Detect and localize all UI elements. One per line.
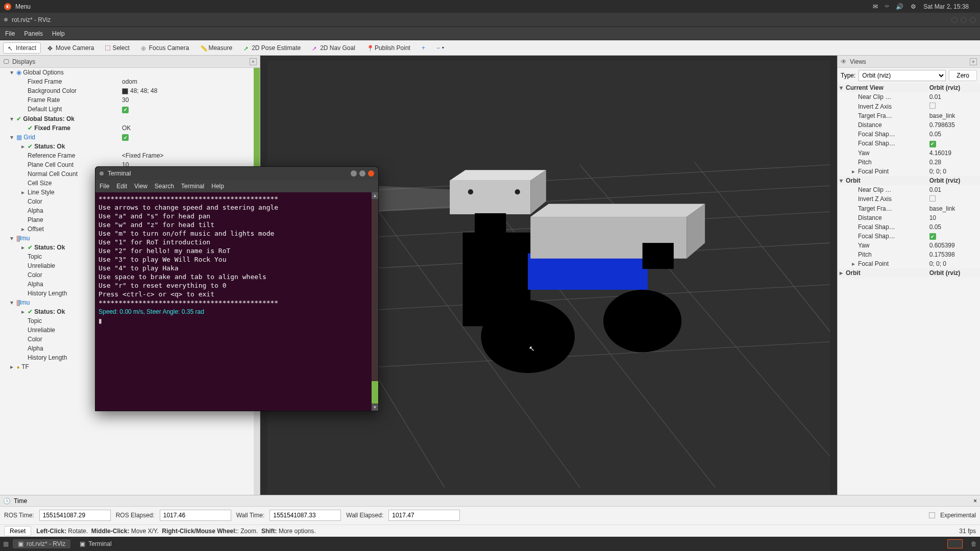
move-camera-button[interactable]: ✥Move Camera	[43, 42, 99, 54]
tree-row[interactable]: Background Color48; 48; 48	[0, 86, 260, 95]
measure-button[interactable]: 📏Measure	[195, 42, 237, 54]
terminal-titlebar[interactable]: Terminal	[95, 167, 378, 180]
view-row[interactable]: Focal Shap…0.05	[838, 222, 980, 232]
tree-row[interactable]: Default Light✔	[0, 105, 260, 114]
zero-button[interactable]: Zero	[949, 70, 977, 81]
sound-icon[interactable]: 🔊	[896, 3, 903, 10]
view-row[interactable]: Distance0.798635	[838, 120, 980, 130]
wifi-icon[interactable]: ⌔	[885, 3, 889, 10]
view-row[interactable]: Distance10	[838, 213, 980, 222]
term-menu-view[interactable]: View	[134, 183, 148, 190]
ubuntu-logo-icon[interactable]: ◐	[4, 3, 11, 10]
view-row[interactable]: Target Fra…base_link	[838, 111, 980, 120]
time-close-icon[interactable]: ×	[973, 497, 977, 505]
ros-elapsed-field[interactable]	[160, 510, 231, 521]
publish-point-button[interactable]: 📍Publish Point	[362, 42, 415, 54]
tree-row[interactable]: ▾✔ Global Status: Ok	[0, 114, 260, 123]
show-desktop-icon[interactable]: ▦	[3, 540, 9, 547]
view-row[interactable]: Focal Shap…0.05	[838, 130, 980, 139]
pose-estimate-button[interactable]: ➚2D Pose Estimate	[239, 42, 305, 54]
wall-elapsed-field[interactable]	[388, 510, 460, 521]
views-tree[interactable]: ▾Current ViewOrbit (rviz)Near Clip …0.01…	[838, 83, 980, 502]
toolbar: ↖Interact ✥Move Camera Select ⊕Focus Cam…	[0, 40, 980, 56]
mail-icon[interactable]: ✉	[873, 3, 878, 10]
clock[interactable]: Sat Mar 2, 15:38	[923, 3, 969, 10]
terminal-output[interactable]: ****************************************…	[95, 192, 378, 411]
view-row[interactable]: ▸Focal Point0; 0; 0	[838, 167, 980, 176]
view-row[interactable]: Pitch0.175398	[838, 250, 980, 259]
view-row[interactable]: Focal Shap…✔	[838, 139, 980, 148]
tree-row[interactable]: ✔ Fixed FrameOK	[0, 123, 260, 133]
view-header-row[interactable]: ▾OrbitOrbit (rviz)	[838, 176, 980, 185]
tree-row[interactable]: Frame Rate30	[0, 95, 260, 105]
view-row[interactable]: Pitch0.28	[838, 158, 980, 167]
view-header-row[interactable]: ▾Current ViewOrbit (rviz)	[838, 83, 980, 92]
view-row[interactable]: Invert Z Axis	[838, 194, 980, 204]
scroll-up-icon[interactable]: ▲	[372, 192, 378, 199]
view-row[interactable]: Near Clip …0.01	[838, 92, 980, 102]
experimental-checkbox[interactable]	[929, 512, 935, 518]
tree-row[interactable]: Reference Frame<Fixed Frame>	[0, 151, 260, 160]
minimize-icon[interactable]	[951, 17, 958, 23]
menu-file[interactable]: File	[5, 30, 15, 37]
panel-close-icon[interactable]: ×	[250, 58, 257, 65]
workspace-switcher[interactable]	[947, 539, 963, 548]
focus-camera-button[interactable]: ⊕Focus Camera	[136, 42, 194, 54]
nav-goal-button[interactable]: ➚2D Nav Goal	[307, 42, 360, 54]
task-terminal[interactable]: ▣Terminal	[75, 539, 116, 548]
view-row[interactable]: Yaw0.605399	[838, 241, 980, 250]
displays-header[interactable]: 🖵 Displays ×	[0, 56, 260, 68]
view-row[interactable]: Focal Shap…✔	[838, 232, 980, 241]
term-menu-edit[interactable]: Edit	[116, 183, 127, 190]
trash-icon[interactable]: 🗑	[971, 540, 977, 547]
scroll-down-icon[interactable]: ▼	[372, 404, 378, 411]
term-close-icon[interactable]	[368, 170, 374, 177]
reset-button[interactable]: Reset	[4, 526, 31, 536]
tree-row[interactable]: Fixed Frameodom	[0, 77, 260, 86]
add-tool-button[interactable]: +	[417, 42, 430, 54]
wall-time-field[interactable]	[270, 510, 341, 521]
interact-button[interactable]: ↖Interact	[3, 42, 41, 54]
task-rviz[interactable]: ▣rot.rviz* - RViz	[13, 539, 70, 548]
view-type-select[interactable]: Orbit (rviz)	[859, 70, 946, 81]
terminal-scrollbar[interactable]: ▲ ▼	[372, 192, 378, 411]
maximize-icon[interactable]	[961, 17, 967, 23]
ros-time-field[interactable]	[39, 510, 111, 521]
fps-readout: 31 fps	[959, 528, 976, 535]
views-close-icon[interactable]: ×	[970, 58, 977, 65]
app-menubar: File Panels Help	[0, 27, 980, 40]
term-menu-search[interactable]: Search	[155, 183, 174, 190]
menu-panels[interactable]: Panels	[24, 30, 43, 37]
grid-icon: ▦	[16, 134, 23, 141]
view-row[interactable]: Target Fra…base_link	[838, 204, 980, 213]
tree-row[interactable]: ▾◉ Global Options	[0, 68, 260, 77]
view-header-row[interactable]: ▸OrbitOrbit (rviz)	[838, 268, 980, 278]
svg-marker-17	[530, 204, 705, 217]
svg-line-10	[695, 162, 830, 332]
view-row[interactable]: Near Clip …0.01	[838, 185, 980, 194]
term-minimize-icon[interactable]	[351, 170, 357, 177]
select-button[interactable]: Select	[101, 42, 134, 54]
terminal-window[interactable]: Terminal File Edit View Search Terminal …	[95, 166, 379, 411]
view-row[interactable]: Yaw4.16019	[838, 148, 980, 158]
wall-time-label: Wall Time:	[236, 512, 265, 519]
tree-row[interactable]: ▾▦ Grid✔	[0, 133, 260, 142]
gear-icon[interactable]: ⚙	[911, 3, 916, 10]
term-menu-terminal[interactable]: Terminal	[181, 183, 204, 190]
views-header[interactable]: 👁 Views ×	[838, 56, 980, 68]
term-menu-help[interactable]: Help	[211, 183, 224, 190]
pin-icon: 📍	[366, 45, 373, 51]
remove-tool-button[interactable]: −▾	[432, 42, 449, 54]
globe-icon: ◉	[16, 69, 23, 76]
close-icon[interactable]	[970, 17, 976, 23]
view-row[interactable]: ▸Focal Point0; 0; 0	[838, 259, 980, 268]
rviz-icon: ▣	[18, 540, 23, 547]
tree-row[interactable]: ▸✔ Status: Ok	[0, 142, 260, 151]
time-header[interactable]: 🕓 Time ×	[0, 495, 980, 507]
term-maximize-icon[interactable]	[359, 170, 365, 177]
term-menu-file[interactable]: File	[100, 183, 109, 190]
view-row[interactable]: Invert Z Axis	[838, 102, 980, 111]
arrow-pink-icon: ➚	[312, 45, 318, 51]
menu-help[interactable]: Help	[52, 30, 65, 37]
menu-label[interactable]: Menu	[15, 3, 31, 10]
